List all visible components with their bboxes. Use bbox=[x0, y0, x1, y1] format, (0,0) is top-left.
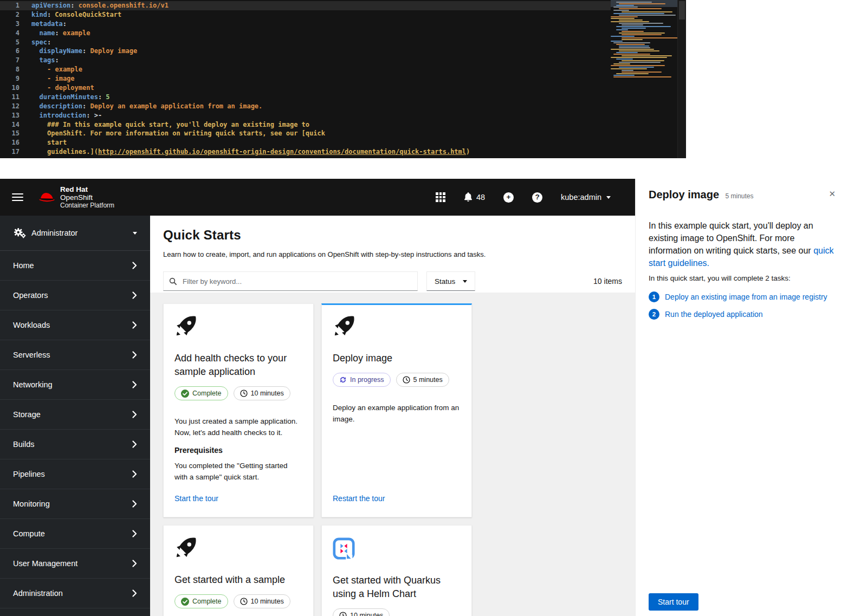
duration-badge: 10 minutes bbox=[234, 386, 290, 400]
card-title: Deploy image bbox=[333, 352, 461, 365]
sidebar-item-pipelines[interactable]: Pipelines bbox=[0, 459, 150, 489]
quickstart-card[interactable]: Get started with a sampleComplete10 minu… bbox=[163, 525, 314, 616]
rocket-icon bbox=[174, 316, 196, 338]
notification-count: 48 bbox=[476, 193, 485, 202]
chevron-right-icon bbox=[132, 262, 137, 269]
editor-minimap[interactable] bbox=[611, 0, 677, 158]
intro-text: In this example quick start, you'll depl… bbox=[649, 221, 813, 255]
help-button[interactable]: ? bbox=[532, 192, 542, 203]
quarkus-icon bbox=[333, 537, 355, 560]
editor-scrollbar[interactable] bbox=[677, 0, 686, 158]
drawer-title: Deploy image bbox=[649, 189, 719, 200]
code-line: 12description: Deploy an example applica… bbox=[0, 102, 611, 111]
sidebar-item-workloads[interactable]: Workloads bbox=[0, 310, 150, 340]
code-line: 9- image bbox=[0, 74, 611, 83]
search-icon bbox=[169, 277, 177, 286]
card-footer-link[interactable]: Restart the tour bbox=[333, 494, 385, 503]
chevron-right-icon bbox=[132, 560, 137, 567]
nav-toggle-button[interactable] bbox=[12, 193, 23, 202]
keyword-filter[interactable] bbox=[163, 271, 418, 291]
chevron-down-icon bbox=[606, 196, 611, 199]
cogs-icon bbox=[13, 228, 26, 238]
sidebar-item-administration[interactable]: Administration bbox=[0, 579, 150, 608]
task-number: 2 bbox=[649, 309, 659, 320]
sidebar-item-compute[interactable]: Compute bbox=[0, 519, 150, 549]
sidebar-item-home[interactable]: Home bbox=[0, 251, 150, 281]
sidebar-item-user-management[interactable]: User Management bbox=[0, 549, 150, 579]
task-link[interactable]: 2Run the deployed application bbox=[649, 309, 839, 320]
bell-icon bbox=[464, 192, 473, 202]
code-line: 3metadata: bbox=[0, 20, 611, 29]
clock-icon bbox=[339, 612, 347, 616]
duration-badge: 10 minutes bbox=[234, 594, 290, 608]
brand-logo: Red Hat OpenShift Container Platform bbox=[38, 185, 114, 210]
perspective-label: Administrator bbox=[31, 229, 77, 237]
code-line: 6displayName: Deploy image bbox=[0, 47, 611, 56]
openshift-console: Red Hat OpenShift Container Platform 48 … bbox=[0, 179, 635, 616]
status-badge: In progress bbox=[333, 373, 391, 387]
prerequisites-heading: Prerequisites bbox=[174, 446, 302, 455]
chevron-right-icon bbox=[132, 291, 137, 299]
task-number: 1 bbox=[649, 291, 659, 302]
items-count: 10 items bbox=[593, 277, 622, 286]
sidebar-item-serverless[interactable]: Serverless bbox=[0, 340, 150, 370]
card-title: Add health checks to your sample applica… bbox=[174, 352, 302, 379]
close-icon[interactable]: ✕ bbox=[829, 190, 836, 198]
duration-badge: 5 minutes bbox=[396, 373, 449, 387]
code-line: 7tags: bbox=[0, 56, 611, 65]
quickstarts-page: Quick Starts Learn how to create, import… bbox=[150, 216, 635, 616]
status-badge: Complete bbox=[174, 386, 228, 400]
card-title: Get started with a sample bbox=[174, 573, 302, 587]
yaml-code-editor[interactable]: 1apiVersion: console.openshift.io/v12kin… bbox=[0, 0, 686, 158]
sidebar-item-monitoring[interactable]: Monitoring bbox=[0, 489, 150, 519]
code-lines: 1apiVersion: console.openshift.io/v12kin… bbox=[0, 1, 611, 157]
code-line: 4name: example bbox=[0, 29, 611, 38]
clock-icon bbox=[240, 598, 248, 605]
quickstart-card[interactable]: Deploy imageIn progress5 minutesDeploy a… bbox=[321, 303, 472, 517]
check-circle-icon bbox=[181, 390, 189, 398]
check-circle-icon bbox=[181, 598, 189, 606]
card-footer-link[interactable]: Start the tour bbox=[174, 494, 218, 503]
card-description: You just created a sample application. N… bbox=[174, 416, 302, 438]
chevron-right-icon bbox=[132, 411, 137, 418]
chevron-right-icon bbox=[132, 500, 137, 508]
quickstart-drawer: Deploy image 5 minutes ✕ In this example… bbox=[635, 179, 867, 616]
task-link[interactable]: 1Deploy an existing image from an image … bbox=[649, 291, 839, 302]
card-description: Deploy an example application from an im… bbox=[333, 402, 461, 425]
chevron-right-icon bbox=[132, 530, 137, 537]
quickstart-card[interactable]: Get started with Quarkus using a Helm Ch… bbox=[321, 525, 472, 616]
app-launcher-icon[interactable] bbox=[436, 192, 445, 202]
task-label: Deploy an existing image from an image r… bbox=[665, 293, 827, 301]
chevron-right-icon bbox=[132, 470, 137, 478]
sidebar-item-builds[interactable]: Builds bbox=[0, 430, 150, 459]
status-dropdown[interactable]: Status bbox=[426, 271, 475, 291]
chevron-right-icon bbox=[132, 589, 137, 597]
clock-icon bbox=[240, 390, 248, 397]
import-button[interactable]: + bbox=[503, 192, 514, 203]
rocket-icon bbox=[333, 316, 354, 338]
brand-line-1: Red Hat bbox=[60, 185, 114, 193]
chevron-right-icon bbox=[132, 440, 137, 448]
brand-line-2: OpenShift bbox=[60, 193, 114, 202]
notifications-button[interactable]: 48 bbox=[464, 192, 485, 202]
start-tour-button[interactable]: Start tour bbox=[649, 593, 698, 611]
drawer-duration: 5 minutes bbox=[726, 192, 754, 200]
sidebar-item-storage[interactable]: Storage bbox=[0, 400, 150, 430]
page-header: Quick Starts Learn how to create, import… bbox=[150, 216, 635, 293]
sidebar-item-networking[interactable]: Networking bbox=[0, 370, 150, 400]
code-line: 5spec: bbox=[0, 38, 611, 47]
card-title: Get started with Quarkus using a Helm Ch… bbox=[333, 574, 461, 601]
plus-icon: + bbox=[507, 193, 511, 201]
user-menu[interactable]: kube:admin bbox=[561, 193, 611, 202]
filter-input[interactable] bbox=[182, 277, 412, 286]
brand-line-3: Container Platform bbox=[60, 202, 114, 210]
rocket-icon bbox=[174, 537, 196, 559]
quickstart-card[interactable]: Add health checks to your sample applica… bbox=[163, 303, 314, 517]
chevron-down-icon bbox=[463, 280, 467, 283]
code-line: 16start bbox=[0, 138, 611, 147]
chevron-right-icon bbox=[132, 351, 137, 359]
perspective-switcher[interactable]: Administrator bbox=[0, 216, 150, 251]
scrollbar-thumb[interactable] bbox=[679, 1, 685, 20]
redhat-fedora-icon bbox=[38, 191, 56, 204]
sidebar-item-operators[interactable]: Operators bbox=[0, 281, 150, 310]
